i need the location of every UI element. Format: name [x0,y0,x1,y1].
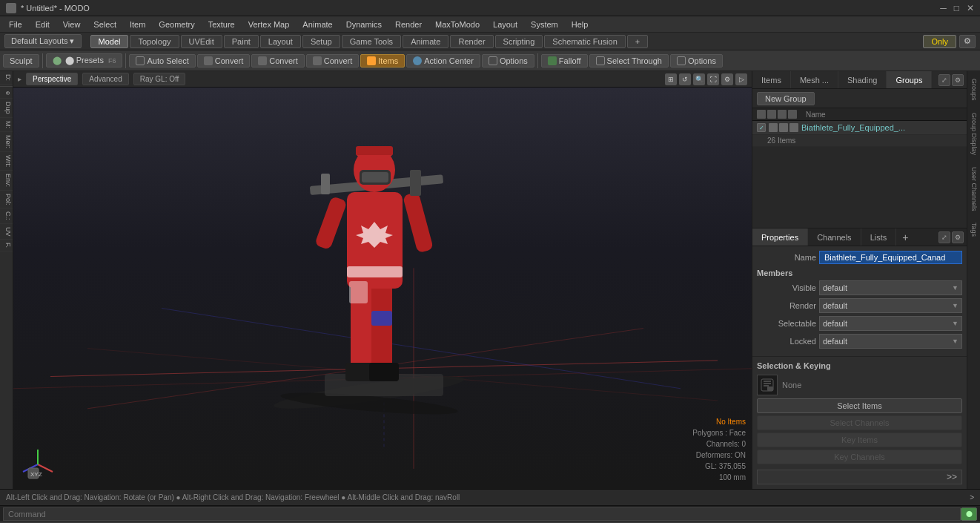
viewport-tab-advanced[interactable]: Advanced [82,73,128,85]
sculpt-btn[interactable]: Sculpt [3,54,39,68]
menu-animate[interactable]: Animate [297,19,338,30]
menu-dynamics[interactable]: Dynamics [340,19,388,30]
nav-icon-settings[interactable]: ⚙ [721,73,733,85]
tab-uvedit[interactable]: UVEdit [181,35,222,48]
ltab-m[interactable]: M: [0,118,13,132]
menu-render[interactable]: Render [389,19,428,30]
menu-system[interactable]: System [525,19,564,30]
prop-locked-select[interactable]: default ▼ [819,334,962,349]
tab-model[interactable]: Model [90,35,129,48]
action-center-btn[interactable]: Action Center [406,54,480,68]
nav-icon-play[interactable]: ▷ [735,73,747,85]
items-btn[interactable]: Items [360,54,405,68]
ltab-c[interactable]: C.: [0,208,13,224]
status-expand-btn[interactable]: > [970,493,974,501]
more-btn[interactable]: >> [757,470,962,484]
ltab-f[interactable]: F. [0,240,13,251]
nav-icon-expand[interactable]: ⊞ [665,73,677,85]
tab-items[interactable]: Items [752,71,791,88]
key-channels-btn[interactable]: Key Channels [757,450,962,464]
tab-layout[interactable]: Layout [260,35,301,48]
tab-topology[interactable]: Topology [130,35,179,48]
close-btn[interactable]: ✕ [967,3,974,13]
select-items-btn[interactable]: Select Items [757,398,962,413]
props-expand-btn[interactable]: ⤢ [938,231,950,243]
cmd-status-btn[interactable]: ⬤ [961,507,977,521]
edge-tab-group-display[interactable]: Group Display [970,107,979,161]
props-tab-channels[interactable]: Channels [808,228,861,246]
tab-animate[interactable]: Animate [403,35,448,48]
tab-gametools[interactable]: Game Tools [342,35,402,48]
menu-edit[interactable]: Edit [30,19,56,30]
tab-scripting[interactable]: Scripting [495,35,543,48]
star-tab[interactable]: Only [923,35,956,48]
viewport-tab-perspective[interactable]: Perspective [26,73,78,85]
ltab-uv[interactable]: UV [0,224,13,240]
prop-name-value[interactable]: Biathlete_Fully_Equipped_Canad [819,251,962,264]
ltab-env[interactable]: Env: [0,171,13,191]
convert1-btn[interactable]: Convert [197,54,251,68]
viewport-canvas[interactable]: XYZ No Items Polygons : Face Channels: 0… [13,88,752,489]
presets-btn[interactable]: ⬤ ⬤ Presets F6 [46,53,123,68]
tab-render[interactable]: Render [450,35,493,48]
props-settings-btn[interactable]: ⚙ [952,231,964,243]
menu-select[interactable]: Select [87,19,122,30]
nav-icon-frame[interactable]: ⛶ [707,73,719,85]
maximize-btn[interactable]: □ [954,3,959,13]
layout-gear-btn[interactable]: ⚙ [959,35,976,48]
new-group-button[interactable]: New Group [757,92,815,105]
group-row-0[interactable]: ✓ Biathlete_Fully_Equipped_... [752,121,967,135]
select-channels-btn[interactable]: Select Channels [757,415,962,430]
row-checkbox-0[interactable]: ✓ [757,123,766,132]
menu-layout[interactable]: Layout [487,19,523,30]
ltab-pol[interactable]: Pol: [0,191,13,209]
ltab-mer[interactable]: Mer: [0,132,13,152]
falloff-btn[interactable]: Falloff [541,54,588,68]
ltab-wrt[interactable]: Wrt: [0,152,13,171]
edge-tab-groups[interactable]: Groups [970,73,979,107]
tab-add[interactable]: + [627,35,648,48]
tab-paint[interactable]: Paint [224,35,259,48]
tab-schematic[interactable]: Schematic Fusion [544,35,625,48]
viewport-area[interactable]: ▸ Perspective Advanced Ray GL: Off ⊞ ↺ 🔍… [13,71,752,489]
minimize-btn[interactable]: ─ [940,3,947,13]
menu-maxtomod[interactable]: MaxToModo [429,19,486,30]
nav-icon-rotate[interactable]: ↺ [679,73,691,85]
panel-settings-btn[interactable]: ⚙ [952,74,964,86]
props-tab-lists[interactable]: Lists [861,228,897,246]
tab-shading[interactable]: Shading [838,71,887,88]
menu-item[interactable]: Item [124,19,151,30]
layout-dropdown[interactable]: Default Layouts ▾ [4,34,82,48]
menu-view[interactable]: View [57,19,87,30]
auto-select-btn[interactable]: Auto Select [129,54,195,68]
command-input[interactable] [3,507,961,521]
prop-visible-select[interactable]: default ▼ [819,280,962,295]
menu-file[interactable]: File [3,19,28,30]
menu-help[interactable]: Help [566,19,595,30]
convert3-btn[interactable]: Convert [306,54,360,68]
edge-tab-user-channels[interactable]: User Channels [970,161,979,217]
menu-texture[interactable]: Texture [202,19,241,30]
key-items-btn[interactable]: Key Items [757,432,962,447]
tab-setup[interactable]: Setup [302,35,340,48]
props-tab-add[interactable]: + [896,230,914,245]
title-bar-controls[interactable]: ─ □ ✕ [940,3,974,13]
prop-render-select[interactable]: default ▼ [819,298,962,313]
tab-mesh[interactable]: Mesh ... [791,71,838,88]
menu-vertexmap[interactable]: Vertex Map [242,19,296,30]
panel-expand-btn[interactable]: ⤢ [938,74,950,86]
select-through-btn[interactable]: Select Through [589,54,669,68]
menu-geometry[interactable]: Geometry [153,19,200,30]
collapse-icon[interactable]: ▸ [18,75,21,83]
prop-selectable-select[interactable]: default ▼ [819,316,962,331]
ltab-dup[interactable]: Dup [0,99,13,118]
viewport-tab-rayoff[interactable]: Ray GL: Off [133,73,186,85]
tab-groups[interactable]: Groups [887,71,932,88]
convert2-btn[interactable]: Convert [251,54,305,68]
ltab-e[interactable]: e [0,88,13,99]
props-tab-properties[interactable]: Properties [752,228,808,246]
edge-tab-tags[interactable]: Tags [970,217,979,243]
ltab-sculpt[interactable]: D: [0,71,13,85]
nav-icon-zoom[interactable]: 🔍 [693,73,705,85]
options1-btn[interactable]: Options [482,54,534,68]
